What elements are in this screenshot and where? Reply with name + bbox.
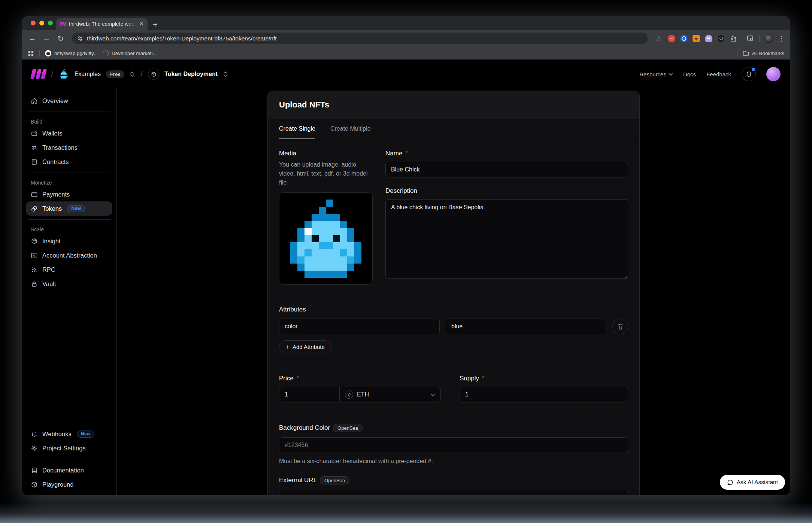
new-tab-button[interactable]: + xyxy=(153,21,157,28)
tab-create-multiple[interactable]: Create Multiple xyxy=(330,119,371,139)
back-icon[interactable]: ← xyxy=(27,34,37,43)
add-attribute-button[interactable]: + Add Attribute xyxy=(279,340,331,353)
all-bookmarks-button[interactable]: All Bookmarks xyxy=(743,51,784,56)
sidebar-item-vault[interactable]: Vault xyxy=(26,277,112,291)
sidebar-item-overview[interactable]: Overview xyxy=(26,94,112,108)
lock-icon xyxy=(31,280,38,288)
eth-icon xyxy=(345,390,353,399)
resources-label: Resources xyxy=(639,71,666,77)
bookmarks-divider xyxy=(737,50,737,57)
close-window-button[interactable] xyxy=(31,21,36,25)
sidebar-item-rpc[interactable]: RPC xyxy=(26,262,112,277)
sidebar-item-tokens[interactable]: Tokens New xyxy=(26,201,112,216)
opensea-metadata-section: Background Color OpenSea Must be a six-c… xyxy=(279,414,628,495)
notifications-button[interactable] xyxy=(742,67,756,81)
feedback-link[interactable]: Feedback xyxy=(706,71,731,77)
desktop-wallpaper-edge xyxy=(0,502,812,523)
media-upload-preview[interactable] xyxy=(279,192,373,285)
card-header: Upload NFTs xyxy=(268,91,639,119)
attributes-label: Attributes xyxy=(279,306,628,313)
maximize-window-button[interactable] xyxy=(48,21,53,25)
sidebar-item-playground[interactable]: Playground xyxy=(26,477,112,492)
extensions-puzzle-icon[interactable] xyxy=(730,35,737,42)
sidebar-label: Insight xyxy=(42,238,61,245)
sidebar-item-payments[interactable]: Payments xyxy=(26,187,112,201)
sidebar-item-webhooks[interactable]: Webhooks New xyxy=(26,427,112,441)
team-switcher-icon[interactable] xyxy=(130,71,135,77)
tab-create-single[interactable]: Create Single xyxy=(279,119,315,139)
bookmark-niftyswap[interactable]: niftyswap.gg/Nifty... xyxy=(45,50,98,57)
description-input[interactable]: A blue chick living on Base Sepolia xyxy=(385,199,628,279)
address-bar[interactable]: thirdweb.com/team/examples/Token-Deploym… xyxy=(72,33,648,44)
sidebar-label: Payments xyxy=(42,191,70,198)
attributes-section: Attributes + xyxy=(279,296,628,353)
reload-icon[interactable]: ↻ xyxy=(55,34,66,43)
apps-grid-icon[interactable] xyxy=(28,50,34,57)
chevron-down-icon xyxy=(431,391,435,398)
sidebar-item-wallets[interactable]: Wallets xyxy=(26,126,112,140)
attribute-value-input[interactable] xyxy=(446,319,606,334)
price-label: Price* xyxy=(279,375,441,382)
extension-icon-red[interactable] xyxy=(668,35,675,42)
sidebar-divider xyxy=(28,459,110,459)
folder-icon xyxy=(743,51,749,56)
tab-close-icon[interactable]: ✕ xyxy=(139,21,144,27)
external-url-input[interactable] xyxy=(279,490,628,495)
url-text: thirdweb.com/team/examples/Token-Deploym… xyxy=(87,35,277,42)
sidebar-item-project-settings[interactable]: Project Settings xyxy=(26,441,112,455)
attribute-key-input[interactable] xyxy=(279,319,440,334)
sidebar-section-monetize: Monetize xyxy=(26,177,112,187)
sidebar-item-transactions[interactable]: Transactions xyxy=(26,140,112,155)
price-input[interactable] xyxy=(279,387,340,402)
bookmark-developer-marketing[interactable]: Developer marketi... xyxy=(103,51,157,56)
main-content: Upload NFTs Create Single Create Multipl… xyxy=(117,89,790,495)
name-input[interactable] xyxy=(385,162,628,177)
nft-image-blue-chick xyxy=(283,200,369,278)
docs-link[interactable]: Docs xyxy=(683,71,696,77)
browser-tab[interactable]: thirdweb: The complete web3 ✕ xyxy=(56,18,148,30)
breadcrumb-separator: / xyxy=(51,69,54,79)
sidebar-item-documentation[interactable]: Documentation xyxy=(26,463,112,477)
resources-menu[interactable]: Resources xyxy=(639,71,673,77)
sidebar: Overview Build Wallets Transactions Cont… xyxy=(22,89,117,495)
phantom-extension-icon[interactable] xyxy=(705,35,712,42)
tab-search-icon[interactable] xyxy=(747,35,754,42)
sidebar-item-account-abstraction[interactable]: Account Abstraction xyxy=(26,248,112,262)
new-badge: New xyxy=(67,205,85,212)
team-name[interactable]: Examples xyxy=(75,71,101,77)
ask-ai-assistant-button[interactable]: Ask AI Assistant xyxy=(720,475,785,490)
github-icon xyxy=(45,50,51,57)
sidebar-label: Transactions xyxy=(42,144,78,151)
extension-icon-blue[interactable] xyxy=(680,35,688,42)
sidebar-item-contracts[interactable]: Contracts xyxy=(26,155,112,169)
user-avatar[interactable] xyxy=(766,67,781,81)
site-settings-icon[interactable] xyxy=(77,36,83,42)
sidebar-label: Account Abstraction xyxy=(42,252,97,259)
minimize-window-button[interactable] xyxy=(39,21,44,25)
page-title: Upload NFTs xyxy=(279,100,628,110)
project-switcher-icon[interactable] xyxy=(223,71,228,77)
extension-icon-clock[interactable] xyxy=(717,35,725,42)
media-helper-text: You can upload image, audio, video, html… xyxy=(279,160,373,187)
background-color-input[interactable] xyxy=(279,437,628,453)
background-color-helper: Must be a six-character hexadecimal with… xyxy=(279,457,628,466)
bookmark-star-icon[interactable]: ☆ xyxy=(654,34,664,43)
browser-profile-avatar[interactable] xyxy=(764,34,773,43)
thirdweb-logo[interactable] xyxy=(31,69,46,79)
all-bookmarks-label: All Bookmarks xyxy=(752,51,784,56)
supply-input[interactable] xyxy=(460,387,628,402)
metamask-extension-icon[interactable] xyxy=(693,35,700,42)
app-header: / Examples Free / Token Deployment Resou… xyxy=(22,60,790,89)
project-name[interactable]: Token Deployment xyxy=(164,71,218,77)
forward-icon[interactable]: → xyxy=(41,34,52,43)
ask-ai-assistant-label: Ask AI Assistant xyxy=(737,479,778,486)
supply-label: Supply* xyxy=(460,375,628,382)
currency-select[interactable]: ETH xyxy=(340,387,441,402)
sidebar-label: Contracts xyxy=(42,158,69,165)
home-icon xyxy=(31,97,38,104)
browser-menu-icon[interactable]: ⋮ xyxy=(778,34,785,43)
sidebar-item-insight[interactable]: Insight xyxy=(26,234,112,248)
delete-attribute-button[interactable] xyxy=(612,319,628,334)
plan-badge: Free xyxy=(106,70,124,78)
name-label: Name* xyxy=(385,150,628,157)
